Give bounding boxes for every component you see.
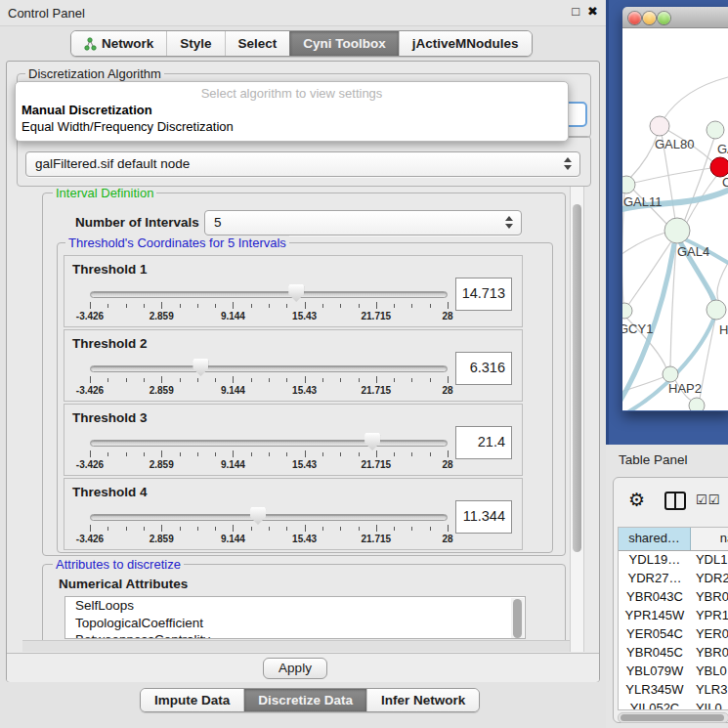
cell-shared-name: YER054C bbox=[619, 625, 691, 644]
network-node[interactable] bbox=[689, 398, 705, 410]
cell-name: YBL0 bbox=[691, 663, 728, 681]
tab-jactivemnodules[interactable]: jActiveMNodules bbox=[399, 31, 532, 56]
number-of-intervals-combobox[interactable]: 5 bbox=[204, 210, 522, 236]
slider-thumb[interactable] bbox=[193, 359, 208, 376]
select-columns-icon[interactable]: ☑☑ bbox=[696, 492, 720, 507]
slider-thumb[interactable] bbox=[250, 507, 266, 525]
slider-track[interactable] bbox=[90, 440, 448, 447]
algorithm-option-equal-width[interactable]: Equal Width/Frequency Discretization bbox=[21, 119, 234, 134]
cell-shared-name: YBR045C bbox=[619, 644, 691, 663]
cell-shared-name: YBL079W bbox=[619, 663, 691, 681]
network-edge bbox=[717, 263, 728, 302]
network-window-titlebar[interactable] bbox=[622, 7, 728, 28]
table-data-group: Table Data galFiltered.sif default node bbox=[17, 136, 591, 187]
cell-name: YLR3 bbox=[691, 681, 728, 700]
table-panel-title: Table Panel bbox=[619, 452, 688, 467]
float-window-icon[interactable]: □ bbox=[572, 4, 579, 19]
attribute-item[interactable]: BetweennessCentrality bbox=[65, 631, 525, 639]
threshold-label: Threshold 2 bbox=[72, 336, 148, 351]
list-scrollbar[interactable] bbox=[511, 598, 524, 639]
tab-discretize-data[interactable]: Discretize Data bbox=[243, 689, 366, 711]
threshold-label: Threshold 3 bbox=[72, 410, 148, 425]
table-row[interactable]: YER054CYER0 bbox=[619, 625, 728, 644]
discretization-algorithm-title: Discretization Algorithm bbox=[25, 66, 164, 81]
table-data-combobox[interactable]: galFiltered.sif default node bbox=[25, 151, 580, 177]
tab-impute-data[interactable]: Impute Data bbox=[141, 689, 243, 711]
settings-vertical-scrollbar[interactable] bbox=[570, 187, 584, 652]
threshold-row: Threshold 1-3.4262.8599.14415.4321.71528… bbox=[64, 255, 523, 327]
table-row[interactable]: YDR27…YDR2 bbox=[619, 570, 728, 588]
network-node[interactable] bbox=[622, 176, 635, 193]
cell-name: YER0 bbox=[691, 625, 728, 644]
slider-ticks bbox=[90, 525, 448, 533]
column-header-shared-name[interactable]: shared… bbox=[619, 528, 691, 550]
tab-network[interactable]: Network bbox=[71, 31, 166, 56]
threshold-value-field[interactable]: 6.316 bbox=[455, 352, 512, 385]
cyni-mode-tabs: Impute Data Discretize Data Infer Networ… bbox=[140, 688, 480, 712]
slider-track[interactable] bbox=[90, 365, 448, 372]
tab-infer-network[interactable]: Infer Network bbox=[366, 689, 479, 711]
settings-scroll-area: Interval Definition Number of Intervals … bbox=[22, 187, 570, 652]
network-node[interactable] bbox=[663, 366, 678, 382]
settings-scrollbar-thumb[interactable] bbox=[573, 204, 581, 552]
attributes-group-title: Attributes to discretize bbox=[53, 557, 184, 572]
gear-icon[interactable]: ⚙ bbox=[628, 489, 645, 511]
number-of-intervals-label: Number of Intervals bbox=[75, 215, 199, 230]
network-node[interactable] bbox=[650, 116, 669, 136]
tab-cyni-toolbox[interactable]: Cyni Toolbox bbox=[289, 31, 399, 56]
apply-button[interactable]: Apply bbox=[263, 658, 327, 679]
split-columns-icon[interactable] bbox=[664, 492, 686, 510]
slider-thumb[interactable] bbox=[364, 433, 380, 450]
node-label: GA bbox=[717, 142, 728, 156]
threshold-value-field[interactable]: 14.713 bbox=[455, 278, 512, 311]
slider-tick-labels: -3.4262.8599.14415.4321.71528 bbox=[90, 459, 448, 471]
table-horizontal-scrollbar[interactable] bbox=[618, 712, 728, 723]
horizontal-scrollbar-track[interactable] bbox=[22, 640, 570, 652]
list-scrollbar-thumb[interactable] bbox=[513, 599, 522, 638]
table-row[interactable]: YLR345WYLR3 bbox=[619, 681, 728, 700]
attribute-item[interactable]: TopologicalCoefficient bbox=[65, 615, 525, 632]
threshold-row: Threshold 4-3.4262.8599.14415.4321.71528… bbox=[64, 478, 523, 550]
numerical-attributes-list: SelfLoopsTopologicalCoefficientBetweenne… bbox=[64, 596, 526, 639]
column-header-name[interactable]: na bbox=[691, 528, 728, 550]
slider-tick-labels: -3.4262.8599.14415.4321.71528 bbox=[90, 311, 448, 322]
interval-definition-title: Interval Definition bbox=[53, 187, 156, 200]
table-header-row: shared… na bbox=[619, 528, 728, 551]
close-traffic-light-icon[interactable] bbox=[628, 12, 641, 24]
network-node[interactable] bbox=[710, 157, 728, 177]
close-window-icon[interactable]: ✖ bbox=[587, 4, 598, 19]
numerical-attributes-label: Numerical Attributes bbox=[59, 577, 188, 591]
slider-thumb[interactable] bbox=[288, 284, 304, 302]
threshold-value-field[interactable]: 11.344 bbox=[455, 500, 512, 534]
algorithm-option-manual[interactable]: Manual Discretization bbox=[21, 103, 152, 117]
tab-network-label: Network bbox=[102, 36, 153, 51]
network-view-window: GAL80GACGAL11GAL4GCY1HHAP2 bbox=[622, 7, 728, 411]
cyni-toolbox-panel: Discretization Algorithm Select algorith… bbox=[6, 61, 600, 682]
table-row[interactable]: YBR043CYBR0 bbox=[619, 588, 728, 607]
cell-name: YPR1 bbox=[691, 607, 728, 625]
slider-track[interactable] bbox=[90, 514, 448, 521]
node-label: GAL4 bbox=[677, 244, 709, 259]
zoom-traffic-light-icon[interactable] bbox=[658, 12, 670, 24]
minimize-traffic-light-icon[interactable] bbox=[643, 12, 656, 24]
slider-track[interactable] bbox=[90, 291, 448, 298]
network-node[interactable] bbox=[664, 218, 690, 243]
threshold-value-field[interactable]: 21.4 bbox=[455, 426, 512, 459]
table-row[interactable]: YIL052CYIL0 bbox=[619, 700, 728, 710]
network-node[interactable] bbox=[707, 300, 726, 320]
table-row[interactable]: YDL19…YDL1 bbox=[619, 551, 728, 570]
table-row[interactable]: YBL079WYBL0 bbox=[619, 663, 728, 681]
network-canvas[interactable]: GAL80GACGAL11GAL4GCY1HHAP2 bbox=[622, 28, 728, 410]
tab-select[interactable]: Select bbox=[225, 31, 290, 56]
table-row[interactable]: YBR045CYBR0 bbox=[619, 644, 728, 663]
tab-style[interactable]: Style bbox=[166, 31, 224, 56]
cell-shared-name: YDL19… bbox=[619, 551, 691, 570]
table-scrollbar-thumb[interactable] bbox=[621, 714, 724, 721]
slider-tick-labels: -3.4262.8599.14415.4321.71528 bbox=[90, 385, 448, 397]
network-edge bbox=[664, 77, 728, 119]
network-node[interactable] bbox=[622, 303, 632, 319]
table-row[interactable]: YPR145WYPR1 bbox=[619, 607, 728, 625]
network-node[interactable] bbox=[707, 121, 724, 139]
attribute-item[interactable]: SelfLoops bbox=[65, 597, 525, 615]
combo-stepper-icon bbox=[504, 216, 514, 229]
